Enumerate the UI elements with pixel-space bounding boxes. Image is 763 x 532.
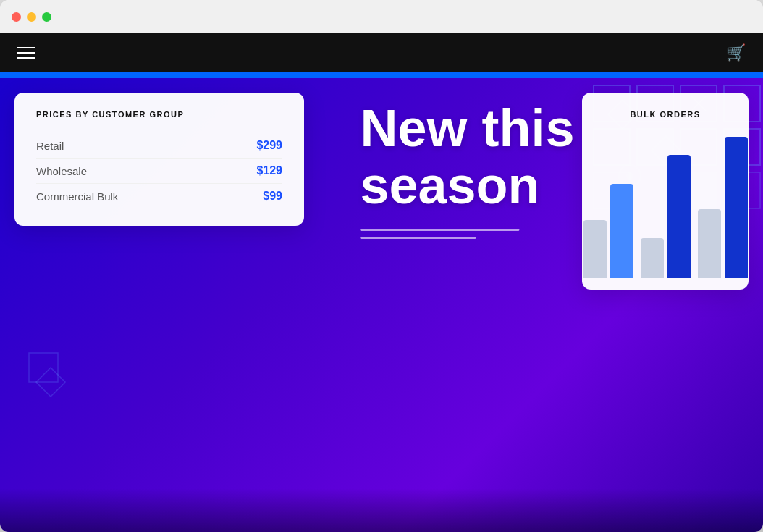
bulk-orders-chart bbox=[597, 133, 734, 278]
hero-divider-1 bbox=[360, 229, 519, 231]
price-row-wholesale: Wholesale $129 bbox=[36, 159, 282, 184]
site-nav: 🛒 bbox=[0, 33, 763, 72]
hamburger-menu-button[interactable] bbox=[17, 47, 35, 59]
price-row-commercial-bulk: Commercial Bulk $99 bbox=[36, 184, 282, 208]
browser-dot-red[interactable] bbox=[12, 12, 21, 22]
bar-group-2 bbox=[641, 155, 691, 278]
browser-dot-green[interactable] bbox=[42, 12, 51, 22]
blue-accent-stripe bbox=[0, 72, 763, 78]
price-label-wholesale: Wholesale bbox=[36, 165, 87, 177]
bulk-orders-card: BULK ORDERS bbox=[582, 93, 749, 290]
browser-dot-yellow[interactable] bbox=[27, 12, 36, 22]
price-label-retail: Retail bbox=[36, 140, 64, 152]
browser-chrome bbox=[0, 0, 763, 33]
hero-section: PRICES BY CUSTOMER GROUP Retail $299 Who… bbox=[0, 78, 763, 532]
browser-window: 🛒 bbox=[0, 0, 763, 532]
price-label-commercial-bulk: Commercial Bulk bbox=[36, 190, 118, 203]
bar-blue-3 bbox=[725, 137, 748, 278]
bottom-gradient bbox=[0, 489, 763, 532]
bar-blue-1 bbox=[610, 184, 633, 278]
bar-gray-2 bbox=[641, 238, 664, 278]
price-row-retail: Retail $299 bbox=[36, 133, 282, 159]
svg-marker-18 bbox=[36, 368, 65, 397]
hero-divider-2 bbox=[360, 237, 476, 239]
hero-dividers bbox=[360, 229, 574, 239]
svg-rect-17 bbox=[29, 353, 58, 382]
bar-gray-3 bbox=[698, 209, 721, 278]
bar-gray-1 bbox=[583, 220, 607, 278]
cart-icon[interactable]: 🛒 bbox=[726, 43, 746, 62]
hero-headline: New this season bbox=[360, 100, 574, 239]
bar-group-3 bbox=[698, 137, 748, 278]
price-value-wholesale: $129 bbox=[256, 164, 282, 177]
prices-card: PRICES BY CUSTOMER GROUP Retail $299 Who… bbox=[14, 93, 304, 226]
bulk-card-title: BULK ORDERS bbox=[597, 110, 734, 119]
bar-blue-2 bbox=[667, 155, 691, 278]
hero-headline-text: New this season bbox=[360, 100, 574, 214]
price-value-retail: $299 bbox=[256, 139, 282, 152]
bar-group-1 bbox=[583, 184, 633, 278]
prices-card-title: PRICES BY CUSTOMER GROUP bbox=[36, 110, 282, 119]
price-value-commercial-bulk: $99 bbox=[263, 190, 282, 203]
